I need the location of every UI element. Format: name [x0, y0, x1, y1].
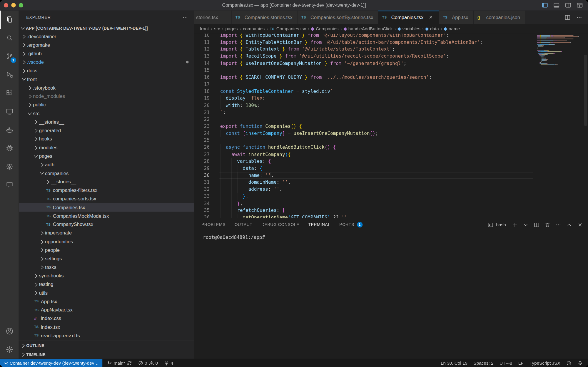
tree-file-index.tsx[interactable]: TSindex.tsx: [19, 323, 194, 331]
tree-folder-.storybook[interactable]: .storybook: [19, 83, 194, 92]
explorer-more-actions-icon[interactable]: [182, 14, 189, 21]
activity-item-dev-container[interactable]: [0, 139, 19, 157]
dropdown-icon[interactable]: [522, 221, 529, 228]
tab-App.tsx[interactable]: TSApp.tsx: [439, 11, 474, 24]
remote-indicator[interactable]: >< Container dev-twenty-dev (dev-twenty-…: [0, 359, 102, 367]
tree-folder-__stories__[interactable]: __stories__: [19, 118, 194, 126]
close-window-button[interactable]: [4, 3, 8, 7]
split-panel-icon[interactable]: [533, 221, 540, 228]
breadcrumb-pages[interactable]: pages: [225, 26, 238, 31]
status-indentation[interactable]: Spaces: 2: [473, 361, 493, 366]
tree-folder-.ergomake[interactable]: .ergomake: [19, 41, 194, 49]
terminal-view[interactable]: root@0a0ecd84891:/app#: [194, 231, 588, 359]
status-language-mode[interactable]: TypeScript JSX: [529, 361, 560, 366]
terminal-instance-bash[interactable]: bash: [487, 221, 506, 228]
panel-tab-problems[interactable]: PROBLEMS: [201, 218, 225, 231]
tab-Companies.stories.tsx[interactable]: TSCompanies.stories.tsx: [232, 11, 298, 24]
tree-folder-src[interactable]: src: [19, 109, 194, 118]
tree-file-AppNavbar.tsx[interactable]: TSAppNavbar.tsx: [19, 306, 194, 314]
activity-item-extensions[interactable]: [0, 84, 19, 103]
zoom-window-button[interactable]: [19, 3, 23, 7]
code-editor[interactable]: 10import { WithTopBarContainer } from '@…: [194, 34, 588, 218]
breadcrumb-variables[interactable]: variables: [398, 26, 420, 31]
activity-item-docker[interactable]: [0, 121, 19, 139]
tree-folder-modules[interactable]: modules: [19, 143, 194, 152]
tree-folder-impersonate[interactable]: impersonate: [19, 229, 194, 237]
tree-folder-auth[interactable]: auth: [19, 160, 194, 169]
more-icon[interactable]: [555, 221, 562, 228]
status-ports[interactable]: 4: [164, 361, 173, 366]
status-eol[interactable]: LF: [518, 361, 524, 366]
tree-folder-front[interactable]: front: [19, 75, 194, 83]
sidebar-section-outline[interactable]: OUTLINE: [19, 341, 194, 350]
tree-folder-companies[interactable]: companies: [19, 169, 194, 177]
breadcrumb-data[interactable]: data: [426, 26, 439, 31]
panel-tab-debug-console[interactable]: DEBUG CONSOLE: [261, 218, 299, 231]
tab-Companies.tsx[interactable]: TSCompanies.tsx: [378, 11, 439, 24]
layout-customize-icon[interactable]: [576, 1, 584, 9]
breadcrumb-Companies[interactable]: Companies: [311, 26, 339, 31]
tree-folder-sync-hooks[interactable]: sync-hooks: [19, 272, 194, 280]
tree-folder-docs[interactable]: docs: [19, 66, 194, 75]
layout-sidebar-left-icon[interactable]: [541, 1, 549, 9]
breadcrumb-front[interactable]: front: [200, 26, 209, 31]
status-problems[interactable]: 00: [138, 361, 158, 366]
new-terminal-icon[interactable]: [512, 221, 518, 228]
editor-scrollbar[interactable]: [584, 55, 587, 126]
tree-folder-opportunities[interactable]: opportunities: [19, 237, 194, 246]
close-panel-icon[interactable]: [577, 221, 584, 228]
status-cursor-position[interactable]: Ln 30, Col 19: [441, 361, 467, 366]
maximize-panel-icon[interactable]: [566, 221, 573, 228]
status-branch[interactable]: main*: [107, 361, 132, 366]
panel-tab-output[interactable]: OUTPUT: [235, 218, 253, 231]
tree-folder-public[interactable]: public: [19, 100, 194, 109]
activity-item-accounts[interactable]: [0, 322, 19, 341]
tree-folder-settings[interactable]: settings: [19, 254, 194, 263]
minimap[interactable]: [537, 35, 582, 66]
tree-file-companies-filters.tsx[interactable]: TScompanies-filters.tsx: [19, 186, 194, 195]
layout-sidebar-right-icon[interactable]: [564, 1, 572, 9]
layout-panel-icon[interactable]: [553, 1, 560, 9]
status-feedback[interactable]: [566, 361, 572, 366]
tree-file-index.css[interactable]: #index.css: [19, 314, 194, 323]
tree-folder-generated[interactable]: generated: [19, 126, 194, 135]
breadcrumb-handleAddButtonClick[interactable]: handleAddButtonClick: [344, 26, 393, 31]
tree-file-App.tsx[interactable]: TSApp.tsx: [19, 297, 194, 306]
tree-file-companies-sorts.tsx[interactable]: TScompanies-sorts.tsx: [19, 195, 194, 203]
status-encoding[interactable]: UTF-8: [500, 361, 512, 366]
activity-item-kubernetes[interactable]: [0, 157, 19, 176]
workspace-section-header[interactable]: APP [CONTAINER DEV-TWENTY-DEV (DEV-TWENT…: [19, 24, 194, 32]
more-icon[interactable]: [576, 14, 583, 21]
activity-item-chat[interactable]: [0, 176, 19, 194]
close-tab-icon[interactable]: [428, 14, 434, 20]
tree-folder-testing[interactable]: testing: [19, 280, 194, 289]
trash-icon[interactable]: [544, 221, 551, 228]
panel-tab-ports[interactable]: PORTS1: [339, 218, 363, 231]
tree-folder-pages[interactable]: pages: [19, 152, 194, 160]
split-editor-icon[interactable]: [564, 14, 571, 21]
tree-folder-.devcontainer[interactable]: .devcontainer: [19, 32, 194, 41]
activity-item-run-and-debug[interactable]: [0, 66, 19, 84]
tree-folder-people[interactable]: people: [19, 246, 194, 254]
tree-folder-utils[interactable]: utils: [19, 289, 194, 297]
breadcrumb-Companies.tsx[interactable]: TSCompanies.tsx: [270, 26, 306, 31]
sidebar-section-timeline[interactable]: TIMELINE: [19, 350, 194, 359]
breadcrumb-companies[interactable]: companies: [243, 26, 265, 31]
breadcrumb-src[interactable]: src: [214, 26, 220, 31]
tree-file-react-app-env.d.ts[interactable]: TSreact-app-env.d.ts: [19, 331, 194, 340]
tab-companies.json[interactable]: {}companies.json: [473, 11, 525, 24]
activity-item-search[interactable]: [0, 29, 19, 47]
status-notifications[interactable]: [577, 361, 583, 366]
tree-file-Companies.tsx[interactable]: TSCompanies.tsx: [19, 203, 194, 212]
tree-folder-.vscode[interactable]: .vscode: [19, 58, 194, 66]
tree-folder-.github[interactable]: .github: [19, 49, 194, 58]
panel-tab-terminal[interactable]: TERMINAL: [308, 218, 330, 231]
tree-file-CompanyShow.tsx[interactable]: TSCompanyShow.tsx: [19, 220, 194, 229]
tree-file-CompaniesMockMode.tsx[interactable]: TSCompaniesMockMode.tsx: [19, 212, 194, 220]
activity-item-remote-explorer[interactable]: [0, 102, 19, 121]
tree-folder-hooks[interactable]: hooks: [19, 135, 194, 143]
tree-folder-node_modules[interactable]: node_modules: [19, 92, 194, 100]
activity-item-settings[interactable]: [0, 340, 19, 359]
tree-folder-tasks[interactable]: tasks: [19, 263, 194, 272]
breadcrumb-name[interactable]: name: [444, 26, 460, 31]
